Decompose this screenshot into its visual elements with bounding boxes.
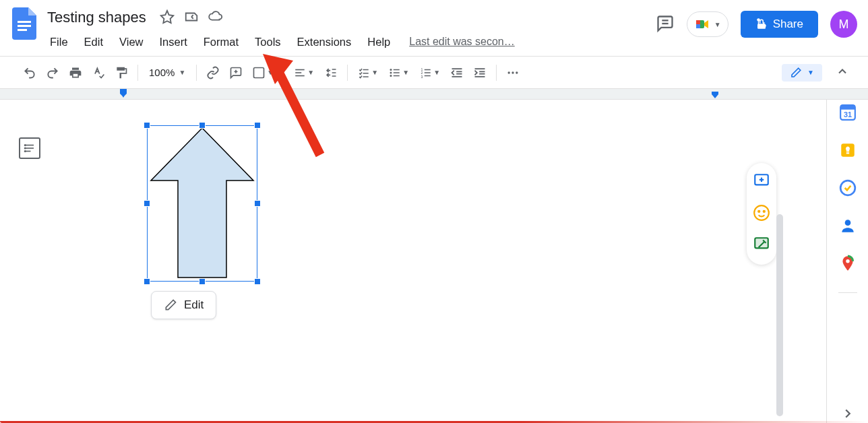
menu-help[interactable]: Help — [361, 33, 397, 51]
account-avatar[interactable]: M — [830, 11, 857, 38]
svg-rect-20 — [394, 75, 400, 76]
calendar-app-icon[interactable]: 31 — [839, 104, 857, 121]
meet-button[interactable]: ▼ — [687, 11, 728, 37]
svg-point-48 — [754, 205, 769, 220]
svg-rect-6 — [696, 20, 700, 24]
toolbar: 100%▼ ▼ ▼ ▼ ▼ 123▼ ▼ — [0, 57, 868, 89]
svg-rect-11 — [254, 67, 264, 77]
svg-point-15 — [390, 69, 392, 71]
resize-handle-se[interactable] — [254, 278, 261, 285]
floating-comment-tools — [747, 163, 776, 265]
keep-app-icon[interactable] — [839, 141, 857, 159]
contacts-app-icon[interactable] — [839, 217, 857, 234]
svg-rect-2 — [18, 29, 27, 31]
document-canvas[interactable]: Edit — [0, 100, 826, 423]
resize-handle-ne[interactable] — [254, 122, 261, 129]
collapse-toolbar-button[interactable] — [836, 65, 849, 80]
side-panel: 31 — [826, 100, 868, 423]
svg-point-44 — [25, 151, 26, 152]
editing-mode-button[interactable]: ▼ — [782, 64, 822, 82]
svg-point-43 — [25, 148, 26, 149]
document-title[interactable]: Testing shapes — [43, 7, 150, 28]
svg-point-17 — [390, 75, 392, 77]
svg-point-36 — [512, 71, 514, 73]
menu-tools[interactable]: Tools — [248, 33, 288, 51]
up-arrow-shape — [147, 125, 257, 282]
resize-handle-s[interactable] — [199, 278, 206, 285]
svg-text:31: 31 — [843, 110, 851, 119]
star-icon[interactable] — [160, 9, 175, 26]
svg-point-58 — [844, 220, 850, 226]
zoom-select[interactable]: 100%▼ — [144, 67, 191, 78]
main-area: Edit 31 — [0, 100, 868, 423]
outline-toggle-button[interactable] — [19, 137, 40, 159]
spellcheck-button[interactable] — [88, 62, 109, 84]
svg-point-59 — [846, 259, 849, 263]
line-spacing-button[interactable] — [320, 62, 342, 84]
decrease-indent-button[interactable] — [446, 62, 468, 84]
redo-button[interactable] — [42, 62, 63, 84]
menu-edit[interactable]: Edit — [78, 33, 110, 51]
menu-view[interactable]: View — [113, 33, 150, 51]
menu-format[interactable]: Format — [197, 33, 245, 51]
svg-rect-8 — [757, 24, 766, 29]
svg-point-49 — [758, 211, 760, 212]
scrollbar-thumb[interactable] — [776, 214, 783, 416]
svg-point-16 — [390, 71, 392, 73]
svg-rect-19 — [394, 72, 400, 73]
numbered-list-button[interactable]: 123▼ — [415, 62, 445, 84]
svg-rect-56 — [846, 152, 848, 154]
resize-handle-sw[interactable] — [144, 278, 150, 285]
svg-rect-0 — [18, 21, 31, 23]
more-tools-button[interactable] — [502, 62, 524, 84]
last-edit-link[interactable]: Last edit was secon… — [409, 36, 515, 48]
docs-app-icon[interactable] — [11, 5, 38, 42]
bulleted-list-button[interactable]: ▼ — [384, 62, 414, 84]
menu-bar: File Edit View Insert Format Tools Exten… — [43, 30, 656, 54]
emoji-reaction-icon[interactable] — [753, 204, 770, 224]
chevron-down-icon: ▼ — [714, 21, 721, 28]
tasks-app-icon[interactable] — [839, 179, 857, 197]
add-comment-button[interactable] — [225, 62, 247, 84]
comments-history-icon[interactable] — [656, 14, 675, 35]
resize-handle-n[interactable] — [199, 122, 206, 129]
header-right: ▼ Share M — [656, 11, 857, 38]
print-button[interactable] — [65, 62, 86, 84]
suggest-edits-icon[interactable] — [753, 236, 770, 255]
insert-link-button[interactable] — [202, 62, 224, 84]
selected-drawing[interactable] — [147, 125, 257, 282]
svg-point-35 — [508, 71, 510, 73]
share-label: Share — [773, 18, 803, 31]
ruler[interactable]: ▾ — [0, 89, 868, 100]
resize-handle-nw[interactable] — [144, 122, 150, 129]
menu-insert[interactable]: Insert — [153, 33, 194, 51]
edit-label: Edit — [184, 298, 204, 312]
maps-app-icon[interactable] — [839, 255, 857, 272]
svg-rect-7 — [696, 24, 700, 28]
undo-button[interactable] — [19, 62, 40, 84]
increase-indent-button[interactable] — [469, 62, 491, 84]
resize-handle-w[interactable] — [144, 200, 150, 207]
share-button[interactable]: Share — [741, 11, 818, 38]
app-header: Testing shapes File Edit View Insert For… — [0, 0, 868, 57]
svg-point-50 — [764, 211, 765, 212]
menu-file[interactable]: File — [43, 33, 75, 51]
menu-extensions[interactable]: Extensions — [290, 33, 359, 51]
svg-rect-18 — [394, 69, 400, 70]
edit-drawing-button[interactable]: Edit — [151, 291, 216, 319]
cloud-status-icon[interactable] — [208, 9, 223, 26]
svg-rect-1 — [18, 25, 31, 27]
title-area: Testing shapes File Edit View Insert For… — [43, 5, 656, 54]
paint-format-button[interactable] — [111, 62, 132, 84]
svg-text:3: 3 — [421, 74, 423, 78]
align-button[interactable]: ▼ — [289, 62, 319, 84]
svg-rect-53 — [840, 105, 855, 110]
checklist-button[interactable]: ▼ — [353, 62, 383, 84]
svg-point-42 — [25, 145, 26, 146]
image-options-button[interactable]: ▼ — [248, 62, 278, 84]
resize-handle-e[interactable] — [254, 200, 261, 207]
move-icon[interactable] — [184, 9, 199, 26]
svg-point-37 — [516, 71, 518, 73]
svg-rect-51 — [755, 238, 768, 248]
add-comment-icon[interactable] — [753, 172, 770, 192]
